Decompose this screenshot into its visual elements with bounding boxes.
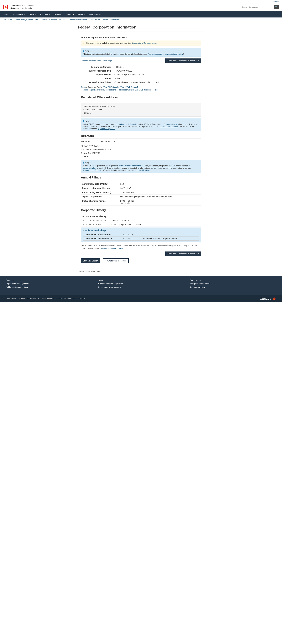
footer-about[interactable]: About Canada.ca bbox=[40, 298, 54, 300]
return-to-results-button[interactable]: Return to Search Results bbox=[103, 258, 129, 263]
breadcrumb-canada[interactable]: Canada.ca bbox=[3, 19, 12, 21]
nav-benefits[interactable]: Benefits ▾ bbox=[52, 11, 64, 18]
director-addr1: 500 Laurier Avenue West Suite 20 bbox=[81, 148, 201, 152]
director-corps-canada-link[interactable]: Corporations Canada bbox=[83, 169, 101, 171]
corp-number-row: Corporation Number 1348554-4 bbox=[81, 65, 201, 69]
status-row: Status Active bbox=[81, 76, 201, 80]
cert-amend-label: Certificate of Amendment ⬇ bbox=[84, 237, 122, 240]
footer-bottom: Social media • Mobile applications • Abo… bbox=[0, 295, 282, 302]
warning-text: Beware of scams and other suspicious act… bbox=[86, 42, 157, 44]
order-docs-button-top[interactable]: Order copies of corporate documents bbox=[166, 58, 201, 63]
footer-news[interactable]: News bbox=[98, 279, 184, 281]
nav-jobs[interactable]: Jobs ▾ bbox=[2, 11, 11, 18]
nav-business[interactable]: Business ▾ bbox=[38, 11, 52, 18]
corps-canada-link[interactable]: Corporations Canada bbox=[160, 125, 178, 128]
address-line2: Ottawa ON K1R 7X6 bbox=[84, 108, 198, 111]
footer-bottom-links: Social media • Mobile applications • Abo… bbox=[6, 298, 86, 300]
annual-filings-table: Anniversary Date (MM-DD) 11-04 Date of L… bbox=[81, 182, 201, 206]
nav-travel[interactable]: Travel ▾ bbox=[27, 11, 38, 18]
corps-alerts-link[interactable]: Corporations Canada's alerts bbox=[132, 42, 156, 44]
breadcrumb-corps-canada[interactable]: Corporations Canada bbox=[69, 19, 87, 21]
office-info-icon: ℹ bbox=[83, 120, 84, 122]
cert-amend-date: 2022-10-07 bbox=[122, 237, 142, 240]
footer-col-2: News Treaties, laws and regulations Gove… bbox=[98, 279, 184, 289]
directors-minmax: Minimum 1 Maximum 10 bbox=[81, 140, 201, 143]
history-date-2: 2022-10-07 to Present bbox=[81, 223, 110, 227]
public-disclosure-link[interactable]: Public disclosure of corporate informati… bbox=[148, 53, 182, 55]
view-html-link[interactable]: [View HTML Sample] bbox=[120, 86, 138, 88]
update-info-link[interactable]: update this information bbox=[118, 123, 138, 125]
warning-icon: ⚠ bbox=[83, 42, 85, 45]
footer-public-service[interactable]: Public service and military bbox=[6, 286, 92, 288]
cert-amend-details: Amendment details: Corporate name bbox=[142, 237, 198, 240]
update-director-link[interactable]: update director information bbox=[118, 165, 141, 167]
anniversary-value: 11-04 bbox=[119, 182, 201, 186]
annual-status-value: 2023 - Not due 2022 - Filed bbox=[119, 199, 201, 206]
history-row-1: 2021-11-04 to 2022-10-07 STUNWILL LIMITE… bbox=[81, 219, 201, 223]
footer-mobile-apps[interactable]: Mobile applications bbox=[21, 298, 36, 300]
canada-flag bbox=[3, 5, 8, 9]
search-input[interactable] bbox=[241, 5, 273, 9]
history-name-1: STUNWILL LIMITED bbox=[110, 219, 201, 223]
filing-period-value: 11-04 to 01-03 bbox=[119, 190, 201, 195]
registered-office-title: Registered Office Address bbox=[81, 96, 201, 100]
contact-corps-link[interactable]: contact Corporations Canada bbox=[100, 247, 124, 250]
director-reporting-link[interactable]: reporting obligations bbox=[133, 169, 150, 171]
last-meeting-row: Date of Last Annual Meeting 2022-11-07 bbox=[81, 186, 201, 190]
view-pdf-link[interactable]: [View PDF Sample] bbox=[103, 86, 120, 88]
cert-amend-row: Certificate of Amendment ⬇ 2022-10-07 Am… bbox=[84, 237, 198, 240]
search-button[interactable]: 🔍 bbox=[274, 5, 279, 9]
info-note-box: ℹ Note This information is available to … bbox=[81, 48, 201, 57]
bn-value: 767949308RC0001 bbox=[113, 69, 201, 73]
main-content-box: Federal Corporation Information - 134855… bbox=[78, 34, 204, 268]
nav-immigration[interactable]: Immigration ▾ bbox=[11, 11, 27, 18]
download-icon: ⬇ bbox=[111, 238, 112, 240]
corp-type-value: Non-distributing corporation with 50 or … bbox=[119, 195, 201, 199]
annual-status-label: Status of Annual Filings bbox=[81, 199, 119, 206]
footer-departments[interactable]: Departments and agencies bbox=[6, 282, 92, 285]
nav-taxes[interactable]: Taxes ▾ bbox=[76, 11, 87, 18]
corp-number-label: Corporation Number bbox=[81, 65, 113, 69]
footer-reporting[interactable]: Government-wide reporting bbox=[98, 286, 184, 288]
breadcrumb-ised[interactable]: Innovation, Science and Economic Develop… bbox=[16, 19, 64, 21]
action-row: Start New Search Return to Search Result… bbox=[81, 258, 201, 263]
order-profile-link[interactable]: Order bbox=[81, 86, 86, 88]
breadcrumb-search[interactable]: Search for a Federal Corporation bbox=[91, 19, 119, 21]
corp-name-value: Como Foreign Exchange Limited bbox=[113, 73, 201, 76]
footer-treaties[interactable]: Treaties, laws and regulations bbox=[98, 282, 184, 285]
corp-key-link[interactable]: corporation key bbox=[166, 123, 179, 125]
registered-office-section: Registered Office Address bbox=[81, 92, 201, 103]
name-history-table: 2021-11-04 to 2022-10-07 STUNWILL LIMITE… bbox=[81, 219, 201, 227]
history-row-2: 2022-10-07 to Present Como Foreign Excha… bbox=[81, 223, 201, 227]
french-link[interactable]: Français bbox=[272, 0, 279, 3]
corp-type-label: Type of Corporation bbox=[81, 195, 119, 199]
footer-terms[interactable]: Terms and conditions bbox=[58, 298, 75, 300]
certs-section: Certificates and Filings Certificate of … bbox=[81, 228, 201, 242]
nav-more-services[interactable]: More services ▾ bbox=[87, 11, 104, 18]
order-docs-button-bottom[interactable]: Order copies of corporate documents bbox=[166, 252, 201, 256]
office-note-box: ℹ Note Active CBCA corporations are requ… bbox=[81, 118, 201, 131]
nav-health[interactable]: Health ▾ bbox=[64, 11, 76, 18]
breadcrumb: Canada.ca → Innovation, Science and Econ… bbox=[0, 18, 282, 22]
bn-row: Business Number (BN) 767949308RC0001 bbox=[81, 69, 201, 73]
footer-open-gov[interactable]: Open government bbox=[190, 286, 276, 288]
start-new-search-button[interactable]: Start New Search bbox=[81, 258, 100, 263]
footer-col-3: Prime Minister How government works Open… bbox=[190, 279, 276, 289]
directors-min: Minimum 1 bbox=[81, 140, 94, 143]
footer-pm[interactable]: Prime Minister bbox=[190, 279, 276, 281]
find-registrations-link[interactable]: Find existing extra-provincial registrat… bbox=[81, 89, 160, 91]
footer-how-works[interactable]: How government works bbox=[190, 282, 276, 285]
director-info-icon: ℹ bbox=[83, 162, 84, 164]
amendment-note: * Amendment details are only available f… bbox=[81, 244, 201, 250]
header-logo-area: Government of Canada Gouvernement du Can… bbox=[3, 4, 35, 10]
footer-privacy[interactable]: Privacy bbox=[79, 298, 85, 300]
info-icon: ℹ bbox=[83, 50, 84, 52]
glossary-link[interactable]: Glossary of Terms used on this page bbox=[81, 60, 112, 62]
corp-name-label: Corporate Name bbox=[81, 73, 113, 76]
reporting-obligations-link[interactable]: reporting obligations bbox=[98, 128, 115, 130]
corp-type-row: Type of Corporation Non-distributing cor… bbox=[81, 195, 201, 199]
government-name: Government of Canada Gouvernement du Can… bbox=[10, 4, 35, 10]
footer-social-media[interactable]: Social media bbox=[7, 298, 17, 300]
director-corp-key-link[interactable]: corporation key bbox=[83, 167, 96, 169]
footer-contact-us[interactable]: Contact us bbox=[6, 279, 92, 281]
